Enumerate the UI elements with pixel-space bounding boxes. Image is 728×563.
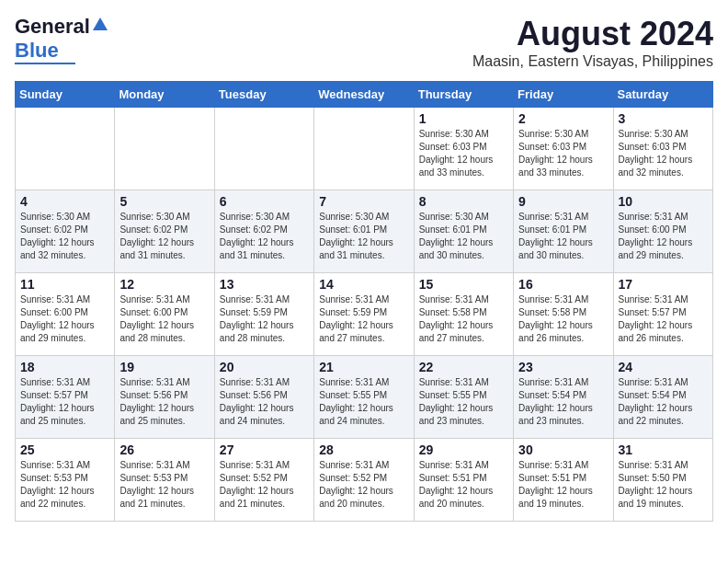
calendar-cell: 12Sunrise: 5:31 AM Sunset: 6:00 PM Dayli…: [115, 273, 214, 356]
day-number: 21: [319, 360, 408, 374]
day-number: 15: [419, 277, 508, 292]
day-info: Sunrise: 5:31 AM Sunset: 5:57 PM Dayligh…: [619, 293, 708, 345]
day-number: 8: [419, 194, 508, 209]
calendar-cell: 15Sunrise: 5:31 AM Sunset: 5:58 PM Dayli…: [414, 273, 513, 356]
day-info: Sunrise: 5:31 AM Sunset: 5:55 PM Dayligh…: [319, 376, 408, 428]
calendar-cell: 17Sunrise: 5:31 AM Sunset: 5:57 PM Dayli…: [613, 273, 712, 356]
day-number: 30: [518, 442, 608, 457]
day-number: 14: [319, 277, 408, 292]
day-info: Sunrise: 5:31 AM Sunset: 5:58 PM Dayligh…: [518, 293, 608, 345]
day-info: Sunrise: 5:31 AM Sunset: 5:59 PM Dayligh…: [319, 293, 408, 345]
calendar-cell: 6Sunrise: 5:30 AM Sunset: 6:02 PM Daylig…: [214, 190, 313, 273]
day-info: Sunrise: 5:31 AM Sunset: 5:52 PM Dayligh…: [220, 459, 309, 511]
calendar-table: SundayMondayTuesdayWednesdayThursdayFrid…: [15, 81, 713, 522]
logo-icon: [93, 17, 108, 30]
subtitle: Maasin, Eastern Visayas, Philippines: [472, 53, 713, 70]
calendar-cell: [16, 108, 115, 190]
calendar-cell: 9Sunrise: 5:31 AM Sunset: 6:01 PM Daylig…: [514, 190, 613, 273]
header-sunday: Sunday: [16, 82, 115, 108]
calendar-cell: 2Sunrise: 5:30 AM Sunset: 6:03 PM Daylig…: [514, 108, 613, 190]
day-info: Sunrise: 5:30 AM Sunset: 6:02 PM Dayligh…: [20, 211, 109, 262]
week-row-3: 11Sunrise: 5:31 AM Sunset: 6:00 PM Dayli…: [16, 273, 713, 356]
calendar-cell: 7Sunrise: 5:30 AM Sunset: 6:01 PM Daylig…: [314, 190, 414, 273]
calendar-cell: 13Sunrise: 5:31 AM Sunset: 5:59 PM Dayli…: [214, 273, 313, 356]
calendar-cell: 19Sunrise: 5:31 AM Sunset: 5:56 PM Dayli…: [115, 356, 214, 439]
calendar-cell: 8Sunrise: 5:30 AM Sunset: 6:01 PM Daylig…: [414, 190, 513, 273]
week-row-4: 18Sunrise: 5:31 AM Sunset: 5:57 PM Dayli…: [16, 356, 713, 439]
logo-blue: Blue: [15, 39, 59, 63]
day-number: 25: [20, 442, 109, 457]
calendar-cell: 22Sunrise: 5:31 AM Sunset: 5:55 PM Dayli…: [414, 356, 513, 439]
day-info: Sunrise: 5:31 AM Sunset: 6:00 PM Dayligh…: [119, 293, 209, 345]
day-info: Sunrise: 5:31 AM Sunset: 6:01 PM Dayligh…: [518, 211, 608, 262]
day-number: 22: [419, 360, 508, 374]
day-number: 9: [518, 194, 608, 209]
week-row-1: 1Sunrise: 5:30 AM Sunset: 6:03 PM Daylig…: [16, 108, 713, 190]
calendar-cell: 4Sunrise: 5:30 AM Sunset: 6:02 PM Daylig…: [16, 190, 115, 273]
day-number: 11: [20, 277, 109, 292]
day-info: Sunrise: 5:30 AM Sunset: 6:01 PM Dayligh…: [319, 211, 408, 262]
calendar-cell: 26Sunrise: 5:31 AM Sunset: 5:53 PM Dayli…: [115, 439, 214, 522]
day-number: 5: [119, 194, 209, 209]
header: General Blue August 2024 Maasin, Eastern…: [15, 15, 713, 70]
day-info: Sunrise: 5:31 AM Sunset: 5:54 PM Dayligh…: [518, 376, 608, 428]
calendar-cell: 30Sunrise: 5:31 AM Sunset: 5:51 PM Dayli…: [514, 439, 613, 522]
header-wednesday: Wednesday: [314, 82, 414, 108]
day-info: Sunrise: 5:31 AM Sunset: 5:52 PM Dayligh…: [319, 459, 408, 511]
logo: General Blue: [15, 15, 108, 64]
day-info: Sunrise: 5:31 AM Sunset: 5:54 PM Dayligh…: [619, 376, 708, 428]
day-number: 3: [619, 111, 708, 126]
day-number: 6: [220, 194, 309, 209]
logo-underline: [15, 63, 75, 64]
header-thursday: Thursday: [414, 82, 513, 108]
title-section: August 2024 Maasin, Eastern Visayas, Phi…: [472, 15, 713, 70]
calendar-cell: 23Sunrise: 5:31 AM Sunset: 5:54 PM Dayli…: [514, 356, 613, 439]
day-info: Sunrise: 5:31 AM Sunset: 5:55 PM Dayligh…: [419, 376, 508, 428]
calendar-cell: 14Sunrise: 5:31 AM Sunset: 5:59 PM Dayli…: [314, 273, 414, 356]
day-info: Sunrise: 5:30 AM Sunset: 6:01 PM Dayligh…: [419, 211, 508, 262]
day-info: Sunrise: 5:31 AM Sunset: 5:57 PM Dayligh…: [20, 376, 109, 428]
calendar-cell: 24Sunrise: 5:31 AM Sunset: 5:54 PM Dayli…: [613, 356, 712, 439]
day-info: Sunrise: 5:31 AM Sunset: 6:00 PM Dayligh…: [619, 211, 708, 262]
day-number: 24: [619, 360, 708, 374]
day-info: Sunrise: 5:31 AM Sunset: 5:51 PM Dayligh…: [419, 459, 508, 511]
day-number: 12: [119, 277, 209, 292]
calendar-cell: 31Sunrise: 5:31 AM Sunset: 5:50 PM Dayli…: [613, 439, 712, 522]
day-info: Sunrise: 5:30 AM Sunset: 6:03 PM Dayligh…: [619, 128, 708, 179]
calendar-body: 1Sunrise: 5:30 AM Sunset: 6:03 PM Daylig…: [16, 108, 713, 522]
day-info: Sunrise: 5:30 AM Sunset: 6:02 PM Dayligh…: [119, 211, 209, 262]
day-number: 13: [220, 277, 309, 292]
calendar-cell: 18Sunrise: 5:31 AM Sunset: 5:57 PM Dayli…: [16, 356, 115, 439]
day-number: 4: [20, 194, 109, 209]
week-row-2: 4Sunrise: 5:30 AM Sunset: 6:02 PM Daylig…: [16, 190, 713, 273]
day-info: Sunrise: 5:31 AM Sunset: 5:53 PM Dayligh…: [20, 459, 109, 511]
calendar-cell: [115, 108, 214, 190]
day-number: 1: [419, 111, 508, 126]
day-info: Sunrise: 5:31 AM Sunset: 6:00 PM Dayligh…: [20, 293, 109, 345]
day-number: 29: [419, 442, 508, 457]
day-number: 7: [319, 194, 408, 209]
day-info: Sunrise: 5:31 AM Sunset: 5:59 PM Dayligh…: [220, 293, 309, 345]
day-number: 31: [619, 442, 708, 457]
header-tuesday: Tuesday: [214, 82, 313, 108]
day-number: 20: [220, 360, 309, 374]
day-info: Sunrise: 5:30 AM Sunset: 6:02 PM Dayligh…: [220, 211, 309, 262]
calendar-cell: 16Sunrise: 5:31 AM Sunset: 5:58 PM Dayli…: [514, 273, 613, 356]
day-info: Sunrise: 5:30 AM Sunset: 6:03 PM Dayligh…: [518, 128, 608, 179]
calendar-cell: 11Sunrise: 5:31 AM Sunset: 6:00 PM Dayli…: [16, 273, 115, 356]
header-monday: Monday: [115, 82, 214, 108]
day-number: 26: [119, 442, 209, 457]
day-number: 2: [518, 111, 608, 126]
calendar-cell: 27Sunrise: 5:31 AM Sunset: 5:52 PM Dayli…: [214, 439, 313, 522]
calendar-cell: 10Sunrise: 5:31 AM Sunset: 6:00 PM Dayli…: [613, 190, 712, 273]
calendar-cell: 3Sunrise: 5:30 AM Sunset: 6:03 PM Daylig…: [613, 108, 712, 190]
week-row-5: 25Sunrise: 5:31 AM Sunset: 5:53 PM Dayli…: [16, 439, 713, 522]
day-number: 16: [518, 277, 608, 292]
day-info: Sunrise: 5:31 AM Sunset: 5:56 PM Dayligh…: [220, 376, 309, 428]
calendar-header-row: SundayMondayTuesdayWednesdayThursdayFrid…: [16, 82, 713, 108]
calendar-cell: 1Sunrise: 5:30 AM Sunset: 6:03 PM Daylig…: [414, 108, 513, 190]
calendar-cell: 25Sunrise: 5:31 AM Sunset: 5:53 PM Dayli…: [16, 439, 115, 522]
calendar-cell: 21Sunrise: 5:31 AM Sunset: 5:55 PM Dayli…: [314, 356, 414, 439]
calendar-cell: 20Sunrise: 5:31 AM Sunset: 5:56 PM Dayli…: [214, 356, 313, 439]
header-friday: Friday: [514, 82, 613, 108]
